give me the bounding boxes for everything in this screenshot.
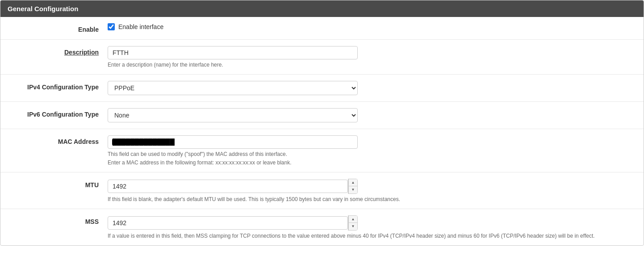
ipv4-label: IPv4 Configuration Type [0,81,108,91]
mss-input-wrapper: ▲ ▼ [108,215,358,231]
mtu-content: ▲ ▼ If this field is blank, the adapter'… [108,179,644,202]
mss-hint: If a value is entered in this field, the… [108,233,635,239]
mac-row: MAC Address This field can be used to mo… [0,129,644,172]
enable-row: Enable Enable interface [0,17,644,40]
mtu-label: MTU [0,179,108,189]
mac-input[interactable] [108,135,358,149]
description-hint: Enter a description (name) for the inter… [108,62,635,68]
mss-content: ▲ ▼ If a value is entered in this field,… [108,215,644,239]
mss-spinner: ▲ ▼ [348,215,358,231]
mac-content: This field can be used to modify ("spoof… [108,135,644,166]
enable-checkbox[interactable] [108,23,115,30]
ipv6-row: IPv6 Configuration Type None Static DHCP… [0,102,644,129]
mtu-row: MTU ▲ ▼ If this field is blank, the adap… [0,172,644,209]
description-input[interactable] [108,46,358,59]
mac-hint2: Enter a MAC address in the following for… [108,159,635,166]
mss-increment-button[interactable]: ▲ [348,216,357,223]
mss-label: MSS [0,215,108,225]
mtu-increment-button[interactable]: ▲ [348,179,357,186]
mtu-input[interactable] [108,180,348,193]
mtu-hint: If this field is blank, the adapter's de… [108,196,635,202]
mss-input[interactable] [108,216,348,230]
enable-checkbox-row: Enable interface [108,23,635,30]
mss-row: MSS ▲ ▼ If a value is entered in this fi… [0,209,644,245]
mtu-decrement-button[interactable]: ▼ [348,186,357,193]
mtu-spinner: ▲ ▼ [348,179,358,194]
mac-hint1: This field can be used to modify ("spoof… [108,151,635,157]
ipv6-select[interactable]: None Static DHCP6 SLAAC [108,108,358,122]
panel-title: General Configuration [0,0,644,17]
description-row: Description Enter a description (name) f… [0,40,644,75]
ipv6-label: IPv6 Configuration Type [0,108,108,118]
ipv4-row: IPv4 Configuration Type PPPoE Static DHC… [0,75,644,102]
ipv4-content: PPPoE Static DHCP None [108,81,644,95]
mtu-input-wrapper: ▲ ▼ [108,179,358,194]
general-configuration-panel: General Configuration Enable Enable inte… [0,0,644,246]
enable-content: Enable interface [108,23,644,30]
ipv4-select[interactable]: PPPoE Static DHCP None [108,81,358,95]
enable-checkbox-label: Enable interface [118,23,163,30]
enable-label: Enable [0,23,108,33]
description-label: Description [0,46,108,56]
mss-decrement-button[interactable]: ▼ [348,223,357,230]
ipv6-content: None Static DHCP6 SLAAC [108,108,644,122]
mac-label: MAC Address [0,135,108,145]
description-content: Enter a description (name) for the inter… [108,46,644,68]
